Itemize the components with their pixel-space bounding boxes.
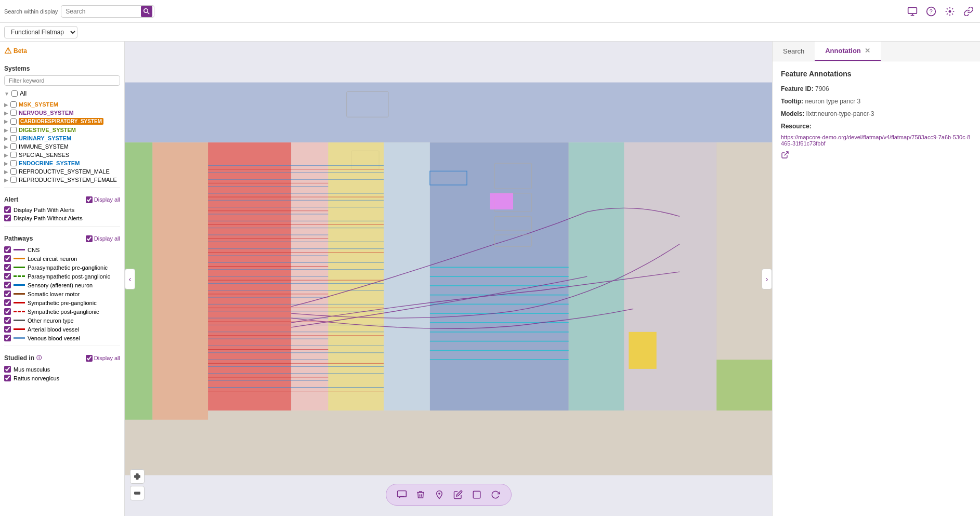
search-input[interactable] xyxy=(61,5,154,18)
list-item: ▶ MSK_SYSTEM xyxy=(4,100,120,109)
pathways-display-all-checkbox[interactable] xyxy=(86,235,93,242)
tab-annotation[interactable]: Annotation ✕ xyxy=(815,42,881,61)
system-checkbox[interactable] xyxy=(10,110,17,116)
zoom-in-button[interactable] xyxy=(130,469,145,484)
zoom-out-button[interactable] xyxy=(130,486,145,500)
system-checkbox[interactable] xyxy=(10,127,17,133)
map-svg xyxy=(125,42,772,516)
list-item: Venous blood vessel xyxy=(4,334,120,342)
alert-with-checkbox[interactable] xyxy=(4,206,11,213)
system-label: REPRODUCTIVE_SYSTEM_MALE xyxy=(19,168,110,175)
system-checkbox[interactable] xyxy=(10,135,17,141)
alert-display-all-checkbox[interactable] xyxy=(86,196,93,203)
map-bottom-toolbar xyxy=(386,484,512,506)
tab-search[interactable]: Search xyxy=(773,42,815,61)
pathway-checkbox[interactable] xyxy=(4,308,11,315)
list-item: ▶ REPRODUCTIVE_SYSTEM_MALE xyxy=(4,167,120,176)
pathways-section-header: Pathways Display all xyxy=(4,235,120,242)
edit-toolbar-button[interactable] xyxy=(451,487,465,502)
refresh-icon xyxy=(491,490,500,499)
help-icon-button[interactable]: ? xyxy=(924,4,938,19)
list-item: Parasympathetic post-ganglionic xyxy=(4,272,120,281)
system-checkbox[interactable] xyxy=(10,101,17,108)
settings-icon-button[interactable] xyxy=(943,4,957,19)
pathway-checkbox[interactable] xyxy=(4,335,11,341)
collapse-right-button[interactable]: › xyxy=(762,269,772,289)
search-label: Search within display xyxy=(4,8,58,15)
pathway-line-icon xyxy=(14,267,25,268)
svg-point-6 xyxy=(949,10,951,12)
search-icon xyxy=(143,8,150,15)
list-item: CNS xyxy=(4,245,120,254)
studied-in-display-all-checkbox[interactable] xyxy=(86,355,93,362)
tooltip-value: neuron type pancr 3 xyxy=(805,98,860,105)
pathway-line-icon xyxy=(14,337,25,339)
filter-keyword-input[interactable] xyxy=(4,75,120,86)
pathway-checkbox[interactable] xyxy=(4,255,11,262)
feature-id-row: Feature ID: 7906 xyxy=(781,84,972,94)
external-link-button[interactable] xyxy=(781,151,972,161)
external-link-icon xyxy=(781,151,789,159)
monitor-icon-button[interactable] xyxy=(905,4,920,19)
svg-line-1 xyxy=(148,12,150,14)
system-checkbox[interactable] xyxy=(10,152,17,158)
pencil-icon xyxy=(453,490,463,499)
svg-rect-92 xyxy=(397,491,406,497)
map-selector-row: Functional Flatmap xyxy=(0,23,980,42)
divider xyxy=(4,346,120,346)
pathway-checkbox[interactable] xyxy=(4,282,11,288)
trash-icon xyxy=(416,489,425,500)
search-button[interactable] xyxy=(141,6,152,17)
pathway-checkbox[interactable] xyxy=(4,290,11,297)
feature-id-value: 7906 xyxy=(815,85,829,92)
beta-badge: ⚠ Beta xyxy=(4,46,120,56)
svg-rect-2 xyxy=(908,7,917,14)
pathway-checkbox[interactable] xyxy=(4,273,11,280)
expand-icon: ▶ xyxy=(4,161,8,166)
refresh-toolbar-button[interactable] xyxy=(488,487,503,502)
list-item: ▶ IMMUNE_SYSTEM xyxy=(4,142,120,151)
location-toolbar-button[interactable] xyxy=(432,487,447,502)
studied-in-section-header: Studied in ⓘ Display all xyxy=(4,354,120,362)
system-checkbox[interactable] xyxy=(10,143,17,150)
svg-rect-91 xyxy=(134,492,140,494)
annotation-tab-close[interactable]: ✕ xyxy=(865,47,870,55)
pathway-checkbox[interactable] xyxy=(4,299,11,306)
chat-toolbar-button[interactable] xyxy=(395,487,409,502)
list-item: Other neuron type xyxy=(4,316,120,325)
system-checkbox[interactable] xyxy=(10,160,17,166)
list-item: Arterial blood vessel xyxy=(4,325,120,334)
list-item: ▶ ENDOCRINE_SYSTEM xyxy=(4,159,120,167)
system-checkbox[interactable] xyxy=(10,168,17,175)
box-toolbar-button[interactable] xyxy=(469,487,484,502)
right-panel-tabs: Search Annotation ✕ xyxy=(773,42,980,61)
system-checkbox[interactable] xyxy=(10,177,17,183)
all-systems-checkbox[interactable] xyxy=(11,90,18,97)
list-item: ▶ REPRODUCTIVE_SYSTEM_FEMALE xyxy=(4,176,120,184)
info-icon[interactable]: ⓘ xyxy=(36,354,42,362)
pathway-checkbox[interactable] xyxy=(4,326,11,333)
species-checkbox[interactable] xyxy=(4,375,11,381)
pathway-checkbox[interactable] xyxy=(4,246,11,253)
alert-without-checkbox[interactable] xyxy=(4,215,11,221)
map-selector[interactable]: Functional Flatmap xyxy=(4,26,77,38)
pathway-dashed-line-icon xyxy=(14,275,25,277)
species-checkbox[interactable] xyxy=(4,366,11,373)
collapse-left-button[interactable]: ‹ xyxy=(125,269,135,289)
pathway-line-icon xyxy=(14,302,25,303)
top-bar: Search within display xyxy=(0,0,980,23)
map-area[interactable]: ‹ › xyxy=(125,42,772,516)
list-item: Somatic lower motor xyxy=(4,289,120,298)
system-checkbox[interactable] xyxy=(10,118,17,125)
list-item: ▶ URINARY_SYSTEM xyxy=(4,134,120,142)
monitor-icon xyxy=(907,6,918,17)
right-panel: Search Annotation ✕ Feature Annotations … xyxy=(772,42,980,516)
expand-icon: ▶ xyxy=(4,152,8,158)
link-icon-button[interactable] xyxy=(961,4,976,19)
svg-rect-15 xyxy=(328,142,384,411)
delete-toolbar-button[interactable] xyxy=(413,487,428,502)
alert-section-title: Alert xyxy=(4,196,18,203)
pathway-checkbox[interactable] xyxy=(4,264,11,271)
pathway-checkbox[interactable] xyxy=(4,317,11,324)
settings-icon xyxy=(945,6,955,17)
